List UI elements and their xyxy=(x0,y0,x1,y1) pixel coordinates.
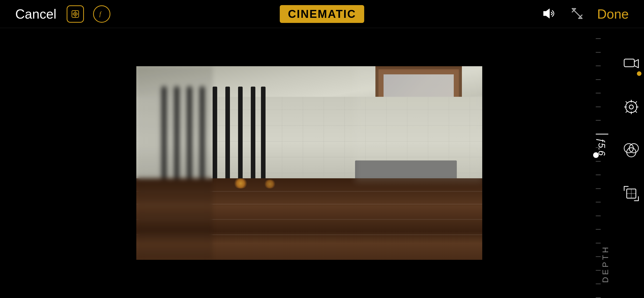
svg-line-19 xyxy=(626,111,627,113)
tick-10 xyxy=(596,161,601,162)
video-camera-active-dot xyxy=(637,71,641,76)
crop-button[interactable] xyxy=(621,183,641,204)
resize-button[interactable] xyxy=(570,6,584,22)
cancel-button[interactable]: Cancel xyxy=(15,6,56,22)
railing-bar-6 xyxy=(225,87,230,188)
tick-18 xyxy=(596,270,601,271)
railing-bar-5 xyxy=(213,87,217,188)
warm-light-2 xyxy=(264,180,276,188)
top-bar: Cancel f CINEMAT xyxy=(0,0,644,28)
depth-label: DEPTH xyxy=(601,245,610,283)
cinematic-badge: CINEMATIC xyxy=(280,5,364,23)
tick-3 xyxy=(596,65,601,66)
tick-2 xyxy=(596,52,601,53)
tool-icons xyxy=(621,53,641,204)
svg-line-20 xyxy=(635,111,637,113)
volume-icon xyxy=(541,7,557,20)
tick-active xyxy=(596,134,608,134)
top-bar-left: Cancel f xyxy=(15,5,110,23)
exposure-button[interactable] xyxy=(621,97,641,117)
svg-marker-8 xyxy=(543,8,550,18)
crop-icon xyxy=(623,185,639,202)
tick-20 xyxy=(596,297,601,298)
top-bar-right: Done xyxy=(541,6,629,22)
tick-5 xyxy=(596,93,601,93)
aperture-f-icon: f xyxy=(97,9,107,19)
tick-1 xyxy=(596,38,601,39)
tick-15 xyxy=(596,229,601,230)
video-frame-inner xyxy=(136,66,482,260)
railing-bar-7 xyxy=(238,87,243,188)
tick-19 xyxy=(596,283,601,284)
blur-overlay-right xyxy=(355,66,482,182)
tick-11 xyxy=(596,174,601,175)
done-button[interactable]: Done xyxy=(597,6,629,22)
color-mix-button[interactable] xyxy=(621,140,641,160)
resize-diagonal-icon xyxy=(570,6,584,21)
video-area xyxy=(0,28,588,298)
svg-line-17 xyxy=(626,101,627,103)
top-bar-icons: f xyxy=(67,5,110,23)
tick-12 xyxy=(596,188,601,189)
blur-overlay-left xyxy=(136,66,213,260)
main-content: ƒ5.6 xyxy=(0,28,644,298)
tick-16 xyxy=(596,243,601,243)
right-sidebar: ƒ5.6 xyxy=(588,28,644,298)
railing-bar-9 xyxy=(261,87,266,188)
video-frame xyxy=(136,66,482,260)
aperture-f-button[interactable]: f xyxy=(93,5,110,23)
focus-reticle-button[interactable] xyxy=(67,5,84,23)
tick-14 xyxy=(596,215,601,216)
video-camera-button[interactable] xyxy=(621,53,641,74)
tick-13 xyxy=(596,202,601,202)
tick-17 xyxy=(596,256,601,257)
svg-rect-10 xyxy=(624,59,634,67)
exposure-icon xyxy=(623,99,639,115)
volume-button[interactable] xyxy=(541,7,557,21)
tick-7 xyxy=(596,120,601,121)
svg-point-2 xyxy=(75,13,76,15)
video-camera-icon xyxy=(623,56,639,72)
warm-light-1 xyxy=(233,178,248,188)
svg-line-18 xyxy=(635,101,637,103)
svg-text:f: f xyxy=(99,10,102,17)
svg-point-12 xyxy=(629,105,633,109)
slider-dot[interactable] xyxy=(593,152,599,158)
color-mix-icon xyxy=(623,142,639,158)
tick-4 xyxy=(596,79,601,80)
focus-reticle-icon xyxy=(70,9,80,19)
tick-6 xyxy=(596,106,601,107)
railing-bar-8 xyxy=(251,87,255,188)
